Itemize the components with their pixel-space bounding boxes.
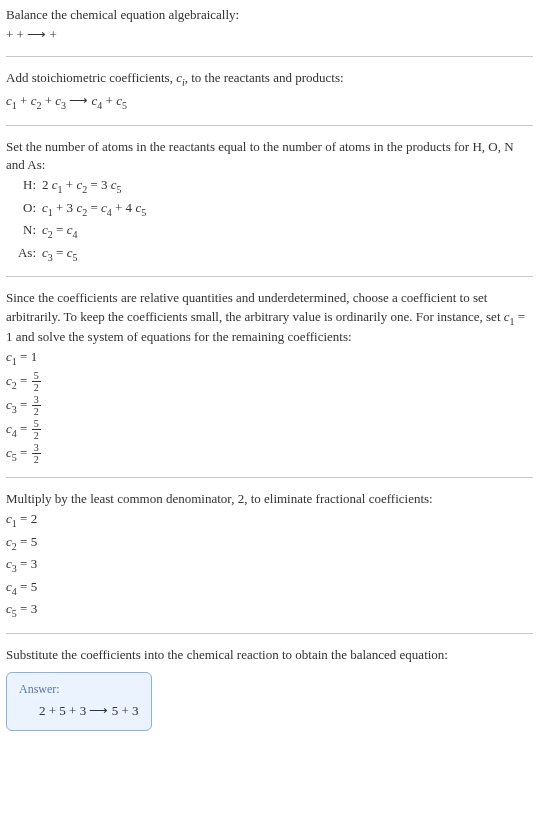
eq-text: 2 (42, 177, 52, 192)
fraction-den: 2 (32, 405, 41, 417)
fraction-num: 5 (32, 419, 41, 429)
divider (6, 56, 533, 57)
c4-sub: 4 (97, 100, 102, 111)
coeff-line: c5 = 3 (6, 600, 533, 621)
eq-text: + (63, 177, 77, 192)
coeff-line: c3 = 3 (6, 555, 533, 576)
fractional-coefficients: c1 = 1c2 = 52c3 = 32c4 = 52c5 = 32 (6, 348, 533, 465)
equals: = (17, 397, 31, 412)
atoms-intro: Set the number of atoms in the reactants… (6, 138, 533, 174)
equals: = (17, 421, 31, 436)
c5-sub: 5 (122, 100, 127, 111)
coeff-value: 5 (31, 579, 38, 594)
coeff-line: c1 = 1 (6, 348, 533, 369)
fraction-den: 2 (32, 381, 41, 393)
coeff-value: 3 (31, 601, 38, 616)
eq-text: + 4 (112, 200, 136, 215)
fraction-num: 3 (32, 443, 41, 453)
coeff-sub: 5 (117, 184, 122, 195)
eq-text: + 3 (53, 200, 77, 215)
fraction-den: 2 (32, 453, 41, 465)
atom-equations: H:2 c1 + c2 = 3 c5O:c1 + 3 c2 = c4 + 4 c… (6, 176, 533, 264)
atom-equation: c3 = c5 (42, 244, 77, 265)
stoich-line1: Add stoichiometric coefficients, ci, to … (6, 69, 533, 90)
eq-text: = 3 (87, 177, 111, 192)
fraction-num: 3 (32, 395, 41, 405)
coeff-line: c2 = 5 (6, 533, 533, 554)
stoich-eq: c1 + c2 + c3 ⟶ c4 + c5 (6, 92, 533, 113)
fraction: 32 (32, 395, 41, 417)
fraction: 52 (32, 371, 41, 393)
fraction-den: 2 (32, 429, 41, 441)
atom-equation: c2 = c4 (42, 221, 77, 242)
c3-sub: 3 (61, 100, 66, 111)
relative-a: Since the coefficients are relative quan… (6, 290, 504, 323)
equals: = (17, 511, 31, 526)
eq-text: = (53, 245, 67, 260)
equals: = (17, 556, 31, 571)
c2-sub: 2 (36, 100, 41, 111)
coeff-line: c4 = 52 (6, 419, 533, 441)
atom-row: H:2 c1 + c2 = 3 c5 (6, 176, 533, 197)
fraction: 52 (32, 419, 41, 441)
plus: + (45, 93, 56, 108)
intro-line1: Balance the chemical equation algebraica… (6, 6, 533, 24)
coeff-value: 2 (31, 511, 38, 526)
eq-text: = (53, 222, 67, 237)
atom-equation: c1 + 3 c2 = c4 + 4 c5 (42, 199, 146, 220)
coeff-value: 3 (31, 556, 38, 571)
equals: = (17, 534, 31, 549)
fraction: 32 (32, 443, 41, 465)
coeff-sub: 5 (72, 251, 77, 262)
divider (6, 633, 533, 634)
equals: = (17, 349, 31, 364)
answer-body: 2 + 5 + 3 ⟶ 5 + 3 (19, 702, 139, 720)
coeff-line: c1 = 2 (6, 510, 533, 531)
lcd-text: Multiply by the least common denominator… (6, 490, 533, 508)
atom-equation: 2 c1 + c2 = 3 c5 (42, 176, 122, 197)
equals: = (17, 445, 31, 460)
intro-line2: + + ⟶ + (6, 26, 533, 44)
equals: = (17, 373, 31, 388)
divider (6, 125, 533, 126)
answer-label: Answer: (19, 681, 139, 698)
element-label: As: (6, 244, 42, 262)
plus: + (106, 93, 117, 108)
atom-row: N:c2 = c4 (6, 221, 533, 242)
coeff-sub: 5 (141, 206, 146, 217)
final-text: Substitute the coefficients into the che… (6, 646, 533, 664)
equals: = (17, 601, 31, 616)
c1-sub: 1 (12, 100, 17, 111)
divider (6, 276, 533, 277)
element-label: O: (6, 199, 42, 217)
coeff-value: 1 (31, 349, 38, 364)
arrow: ⟶ (69, 93, 91, 108)
integer-coefficients: c1 = 2c2 = 5c3 = 3c4 = 5c5 = 3 (6, 510, 533, 621)
coeff-value: 5 (31, 534, 38, 549)
divider (6, 477, 533, 478)
equals: = (17, 579, 31, 594)
coeff-sub: 4 (72, 229, 77, 240)
plus: + (20, 93, 31, 108)
element-label: H: (6, 176, 42, 194)
relative-text: Since the coefficients are relative quan… (6, 289, 533, 346)
atom-row: O:c1 + 3 c2 = c4 + 4 c5 (6, 199, 533, 220)
eq-text: = (87, 200, 101, 215)
stoich-text-a: Add stoichiometric coefficients, (6, 70, 176, 85)
coeff-line: c4 = 5 (6, 578, 533, 599)
element-label: N: (6, 221, 42, 239)
stoich-text-b: , to the reactants and products: (185, 70, 344, 85)
coeff-line: c5 = 32 (6, 443, 533, 465)
answer-box: Answer: 2 + 5 + 3 ⟶ 5 + 3 (6, 672, 152, 731)
fraction-num: 5 (32, 371, 41, 381)
atom-row: As:c3 = c5 (6, 244, 533, 265)
coeff-line: c3 = 32 (6, 395, 533, 417)
coeff-line: c2 = 52 (6, 371, 533, 393)
